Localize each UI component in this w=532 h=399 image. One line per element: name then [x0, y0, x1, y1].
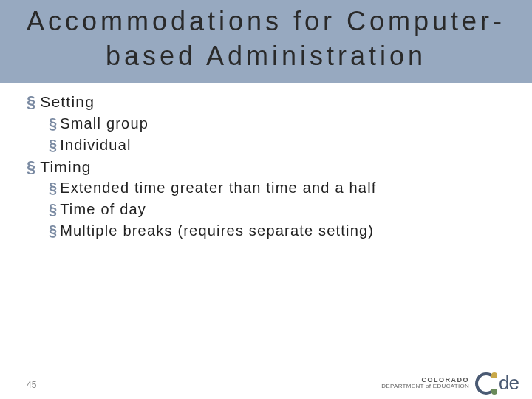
list-item: § Extended time greater than time and a … [49, 178, 505, 198]
list-item: § Timing [27, 157, 505, 177]
list-item: § Setting [27, 92, 505, 112]
content-area: § Setting § Small group § Individual § T… [27, 90, 505, 242]
list-item: § Multiple breaks (requires separate set… [49, 221, 505, 241]
bullet-text: Timing [40, 157, 91, 177]
bullet-text: Individual [60, 135, 132, 155]
bullet-icon: § [27, 157, 35, 177]
cde-mark-icon: de [475, 372, 519, 395]
bullet-icon: § [49, 135, 57, 154]
bullet-icon: § [49, 178, 57, 197]
bullet-text: Setting [40, 92, 95, 112]
footer-divider [22, 369, 517, 369]
list-item: § Individual [49, 135, 505, 155]
cde-c-icon [475, 372, 497, 395]
bullet-icon: § [49, 114, 57, 133]
bullet-text: Multiple breaks (requires separate setti… [60, 221, 374, 241]
bullet-text: Extended time greater than time and a ha… [60, 178, 376, 198]
list-item: § Small group [49, 114, 505, 134]
page-number: 45 [27, 380, 36, 390]
logo-text-block: COLORADO DEPARTMENT of EDUCATION [381, 377, 469, 389]
logo-dept: DEPARTMENT of EDUCATION [381, 383, 469, 389]
list-item: § Time of day [49, 200, 505, 219]
slide-title: Accommodations for Computer- based Admin… [0, 4, 532, 74]
bullet-text: Small group [60, 114, 149, 134]
cde-logo: COLORADO DEPARTMENT of EDUCATION de [381, 372, 519, 395]
cde-de-text: de [499, 372, 519, 395]
bullet-icon: § [27, 92, 35, 112]
title-line-2: based Administration [106, 41, 426, 71]
bullet-text: Time of day [60, 200, 146, 219]
bullet-icon: § [49, 200, 57, 219]
title-line-1: Accommodations for Computer- [27, 6, 505, 36]
bullet-icon: § [49, 221, 57, 240]
